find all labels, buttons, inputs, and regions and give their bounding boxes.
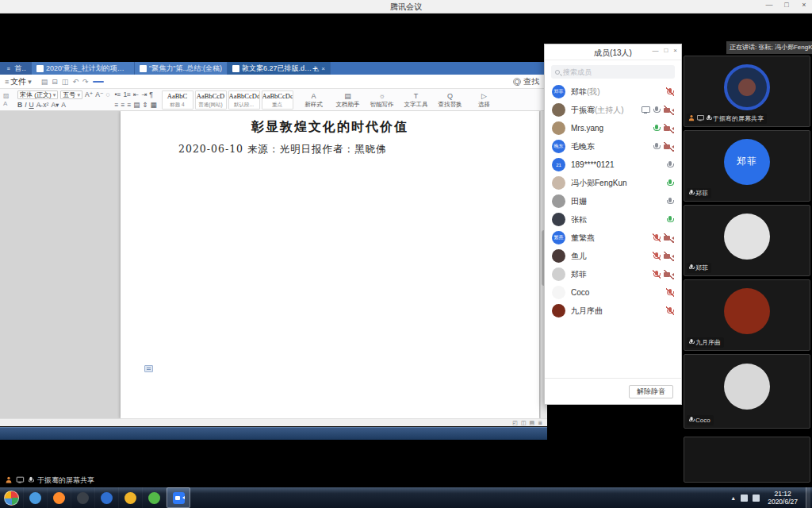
taskbar-app[interactable] — [24, 487, 48, 508]
video-tile[interactable]: 于振骞的屏幕共享 — [684, 56, 810, 127]
video-tile[interactable]: 郑菲 郑菲 — [684, 130, 810, 202]
undo-icon[interactable] — [72, 78, 79, 86]
format-painter-icon[interactable] — [3, 101, 13, 107]
increase-indent-icon[interactable]: ⇥ — [141, 90, 147, 99]
video-tile[interactable]: 九月序曲 — [684, 279, 810, 351]
member-row[interactable]: 田姗 — [545, 192, 681, 210]
taskbar-app[interactable] — [48, 487, 71, 508]
document-canvas[interactable]: 彰显敦煌文化的时代价值 2020-06-10 来源：光明日报作者：黑晓佛 — [0, 111, 547, 418]
shrink-font-icon[interactable]: A⁻ — [95, 90, 103, 99]
font-size-select[interactable]: 五号 — [60, 90, 82, 99]
ribbon-tab[interactable] — [169, 81, 180, 83]
panel-close-icon[interactable] — [673, 47, 677, 54]
member-row[interactable]: 冯小郧FengKun — [545, 174, 681, 192]
ribbon-tab[interactable] — [194, 81, 205, 83]
ribbon-tool-button[interactable]: 新样式 — [298, 91, 330, 108]
member-row[interactable]: 于振骞(主持人) — [545, 101, 681, 119]
strikethrough-icon[interactable]: A̶ — [36, 101, 41, 110]
taskbar-app[interactable] — [95, 487, 119, 508]
wps-document-tab[interactable]: 首页 — [0, 62, 32, 75]
superscript-icon[interactable]: x² — [43, 101, 48, 110]
paste-icon[interactable] — [3, 93, 13, 99]
member-row[interactable]: 九月序曲 — [545, 302, 681, 320]
taskbar-app[interactable] — [167, 487, 190, 508]
member-row[interactable]: Coco — [545, 283, 681, 302]
panel-minimize-icon[interactable] — [652, 47, 658, 54]
tray-expand-icon[interactable] — [730, 495, 736, 501]
font-color-icon[interactable]: A — [61, 101, 66, 110]
print-icon[interactable] — [52, 78, 58, 86]
taskbar-clock[interactable]: 21:12 2020/6/27 — [764, 490, 801, 506]
shading-icon[interactable]: ▦ — [151, 101, 157, 110]
style-preset[interactable]: AaBbC 标题 4 — [162, 90, 193, 110]
ribbon-tab[interactable] — [93, 81, 104, 83]
ribbon-tab[interactable] — [156, 81, 167, 83]
style-preset[interactable]: AaBbCcDd 默认段... — [228, 90, 260, 110]
style-preset[interactable]: AaBbCcD 普通(网站) — [195, 90, 227, 110]
member-row[interactable]: 张耘 — [545, 210, 681, 229]
align-center-icon[interactable]: ≡ — [121, 101, 124, 110]
line-spacing-icon[interactable]: ⇕ — [142, 101, 147, 110]
show-desktop-button[interactable] — [806, 487, 810, 508]
save-icon[interactable] — [41, 78, 48, 86]
ribbon-tool-button[interactable]: 文档助手 — [332, 91, 364, 108]
file-menu[interactable]: 文件 — [0, 76, 36, 87]
minimize-icon[interactable] — [764, 1, 774, 9]
unmute-button[interactable]: 解除静音 — [629, 385, 673, 398]
wps-document-tab[interactable]: 2020'意法_社计划的项目模板 — [32, 62, 135, 75]
fullscreen-view-icon[interactable] — [512, 420, 518, 426]
member-row[interactable]: 21 189****0121 — [545, 156, 681, 174]
member-search-input[interactable] — [563, 68, 658, 76]
taskbar-app[interactable] — [71, 487, 95, 508]
video-tile[interactable]: 郑菲 — [684, 205, 810, 276]
member-search[interactable] — [551, 65, 675, 79]
member-row[interactable]: 晚东 毛晚东 — [545, 137, 681, 156]
video-tile[interactable]: Coco — [684, 354, 810, 429]
member-row[interactable]: 鱼儿 — [545, 247, 681, 265]
wps-document-tab[interactable]: "聚焦力"第..总结:(全稿) — [135, 62, 228, 75]
decrease-indent-icon[interactable]: ⇤ — [133, 90, 139, 99]
paragraph-marks-icon[interactable]: ¶ — [149, 90, 153, 99]
ribbon-tool-button[interactable]: 文字工具 — [400, 91, 432, 108]
bullets-icon[interactable]: •≡ — [114, 90, 121, 99]
member-row[interactable]: 郑菲 — [545, 265, 681, 283]
style-preset[interactable]: AaBbCcDc 重点 — [262, 90, 293, 110]
taskbar-app[interactable] — [0, 487, 24, 508]
bold-icon[interactable]: B — [17, 101, 22, 110]
close-icon[interactable] — [799, 1, 809, 9]
redo-icon[interactable] — [82, 78, 89, 86]
ribbon-tab[interactable] — [131, 81, 142, 83]
network-icon[interactable] — [741, 495, 748, 502]
ribbon-tool-button[interactable]: 智能写作 — [366, 91, 398, 108]
italic-icon[interactable]: I — [25, 101, 26, 110]
member-row[interactable]: 繁燕 董繁燕 — [545, 229, 681, 247]
taskbar-app[interactable] — [143, 487, 167, 508]
align-right-icon[interactable]: ≡ — [127, 101, 131, 110]
panel-maximize-icon[interactable] — [664, 47, 668, 54]
read-view-icon[interactable] — [521, 420, 527, 426]
underline-icon[interactable]: U — [29, 101, 34, 110]
member-row[interactable]: 郑菲 郑菲(我) — [545, 83, 681, 101]
print-preview-icon[interactable] — [62, 78, 69, 86]
ribbon-tab[interactable] — [118, 81, 129, 83]
document-page[interactable]: 彰显敦煌文化的时代价值 2020-06-10 来源：光明日报作者：黑晓佛 — [121, 111, 539, 418]
align-left-icon[interactable]: ≡ — [114, 101, 118, 110]
comment-marker-icon[interactable] — [144, 365, 153, 372]
justify-icon[interactable]: ▤ — [133, 101, 140, 110]
clear-format-icon[interactable]: ◌ — [105, 90, 109, 99]
find-button[interactable]: 查找 — [513, 76, 547, 87]
grow-font-icon[interactable]: A⁺ — [85, 90, 93, 99]
ribbon-tab[interactable] — [207, 81, 218, 83]
new-tab-button[interactable]: + — [308, 62, 322, 75]
ribbon-tool-button[interactable]: 选择 — [469, 91, 500, 108]
write-view-icon[interactable] — [530, 420, 535, 426]
outline-view-icon[interactable] — [538, 420, 542, 426]
ribbon-tab[interactable] — [182, 81, 193, 83]
volume-icon[interactable] — [753, 495, 760, 502]
font-name-select[interactable]: 宋体 (正文) — [17, 90, 58, 99]
ribbon-tool-button[interactable]: 查找替换 — [435, 91, 466, 108]
ribbon-tab[interactable] — [144, 81, 155, 83]
highlight-icon[interactable]: A▾ — [51, 101, 59, 110]
ribbon-tab[interactable] — [105, 81, 117, 83]
maximize-icon[interactable] — [782, 1, 791, 9]
